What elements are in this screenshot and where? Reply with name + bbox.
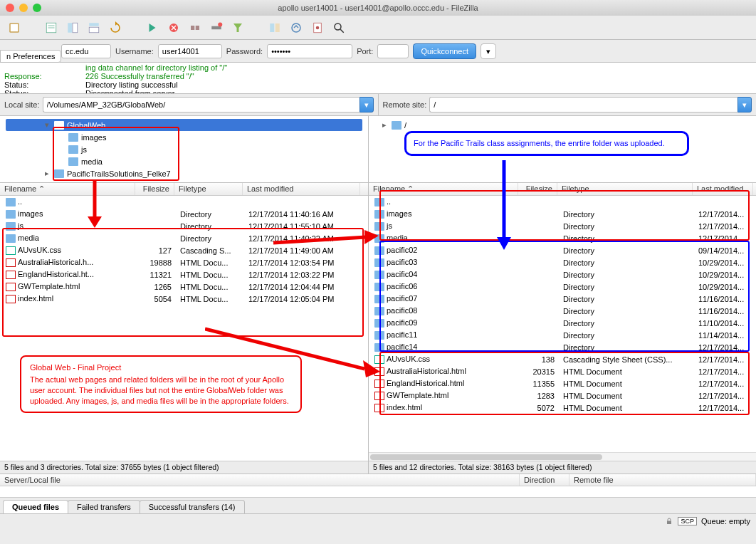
sync-browse-icon[interactable] bbox=[288, 19, 305, 36]
toggle-tree-icon[interactable] bbox=[64, 19, 81, 36]
remote-tree[interactable]: ▸/ bbox=[369, 116, 756, 183]
file-row[interactable]: pacific08Directory11/16/2014... bbox=[369, 305, 756, 317]
file-row[interactable]: EnglandHistorical.html11355HTML Document… bbox=[369, 377, 756, 389]
cancel-icon[interactable] bbox=[165, 19, 182, 36]
svg-marker-18 bbox=[233, 23, 242, 32]
file-row[interactable]: AustraliaHistorical.html20315HTML Docume… bbox=[369, 365, 756, 377]
svg-rect-6 bbox=[73, 23, 78, 33]
quickconnect-button[interactable]: Quickconnect bbox=[413, 43, 476, 59]
local-site-input[interactable] bbox=[43, 97, 359, 113]
local-tree[interactable]: ▾GlobalWebimagesjsmedia▸PacificTrailsSol… bbox=[0, 116, 368, 183]
remote-site-dropdown[interactable]: ▾ bbox=[737, 97, 752, 113]
file-row[interactable]: pacific04Directory10/29/2014... bbox=[369, 268, 756, 281]
quickconnect-bar: n Preferences Username: Password: Port: … bbox=[0, 40, 756, 63]
site-bars: Local site: ▾ Remote site: ▾ bbox=[0, 94, 756, 116]
process-queue-icon[interactable] bbox=[144, 19, 161, 36]
username-label: Username: bbox=[115, 47, 154, 56]
file-row[interactable]: .. bbox=[0, 196, 368, 208]
col-modified[interactable]: Last modified bbox=[243, 183, 360, 195]
queue-header[interactable]: Server/Local file Direction Remote file bbox=[0, 474, 756, 486]
col-server-local[interactable]: Server/Local file bbox=[0, 474, 520, 486]
file-row[interactable]: AUvsUK.css127Cascading S...12/17/2014 11… bbox=[0, 244, 368, 256]
remote-site-input[interactable] bbox=[429, 97, 737, 113]
message-log[interactable]: ing data channel for directory listing o… bbox=[0, 63, 756, 94]
remote-file-header[interactable]: Filename ⌃ Filesize Filetype Last modifi… bbox=[369, 183, 756, 196]
file-row[interactable]: pacific06Directory10/29/2014... bbox=[369, 281, 756, 293]
zoom-icon[interactable] bbox=[33, 4, 41, 12]
file-row[interactable]: .. bbox=[369, 196, 756, 208]
file-row[interactable]: pacific02Directory09/14/2014... bbox=[369, 244, 756, 256]
compare-icon[interactable] bbox=[266, 19, 283, 36]
port-label: Port: bbox=[357, 47, 373, 56]
host-input[interactable] bbox=[61, 44, 111, 58]
file-row[interactable]: imagesDirectory12/17/2014... bbox=[369, 208, 756, 220]
filter-icon[interactable] bbox=[229, 19, 246, 36]
file-row[interactable]: index.html5072HTML Document12/17/2014... bbox=[369, 402, 756, 414]
svg-rect-14 bbox=[191, 26, 194, 30]
toggle-log-icon[interactable] bbox=[43, 19, 60, 36]
local-status: 5 files and 3 directories. Total size: 3… bbox=[0, 461, 368, 474]
tree-item[interactable]: ▸PacificTrailsSolutioins_Felke7 bbox=[6, 167, 362, 179]
tree-item[interactable]: ▸/ bbox=[374, 119, 750, 131]
toggle-queue-icon[interactable] bbox=[85, 19, 103, 36]
protocol-badge: SCP bbox=[678, 517, 697, 525]
file-row[interactable]: GWTemplate.html1283HTML Document12/17/20… bbox=[369, 389, 756, 402]
file-row[interactable]: pacific09Directory11/10/2014... bbox=[369, 317, 756, 329]
file-row[interactable]: mediaDirectory12/17/2014... bbox=[369, 232, 756, 244]
col-modified[interactable]: Last modified bbox=[693, 183, 753, 195]
search-icon[interactable] bbox=[330, 19, 347, 36]
remote-file-list[interactable]: ..imagesDirectory12/17/2014...jsDirector… bbox=[369, 196, 756, 452]
col-filesize[interactable]: Filesize bbox=[135, 183, 174, 195]
local-site-dropdown[interactable]: ▾ bbox=[359, 97, 374, 113]
tree-item[interactable]: media bbox=[6, 155, 362, 167]
queue-body[interactable] bbox=[0, 486, 756, 498]
auto-scroll-icon[interactable] bbox=[309, 19, 326, 36]
file-row[interactable]: GWTemplate.html1265HTML Docu...12/17/201… bbox=[0, 281, 368, 293]
remote-scrollbar[interactable] bbox=[369, 452, 756, 461]
file-row[interactable]: AustraliaHistorical.h...19888HTML Docu..… bbox=[0, 256, 368, 268]
col-filetype[interactable]: Filetype bbox=[557, 183, 693, 195]
local-file-header[interactable]: Filename ⌃ Filesize Filetype Last modifi… bbox=[0, 183, 368, 196]
minimize-icon[interactable] bbox=[19, 4, 28, 12]
col-remote-file[interactable]: Remote file bbox=[569, 474, 756, 486]
password-input[interactable] bbox=[267, 44, 352, 58]
disconnect-icon[interactable] bbox=[187, 19, 204, 36]
col-filename[interactable]: Filename ⌃ bbox=[0, 183, 135, 195]
file-row[interactable]: mediaDirectory12/17/2014 11:40:22 AM bbox=[0, 232, 368, 244]
col-filetype[interactable]: Filetype bbox=[174, 183, 243, 195]
bottom-status-bar: SCP Queue: empty bbox=[0, 513, 756, 528]
transfer-tab[interactable]: Successful transfers (14) bbox=[140, 500, 245, 513]
file-row[interactable]: index.html5054HTML Docu...12/17/2014 12:… bbox=[0, 293, 368, 305]
svg-point-23 bbox=[316, 26, 320, 29]
quickconnect-dropdown[interactable]: ▾ bbox=[481, 43, 496, 59]
site-manager-icon[interactable] bbox=[6, 19, 23, 36]
col-direction[interactable]: Direction bbox=[520, 474, 569, 486]
file-row[interactable]: pacific11Directory11/14/2014... bbox=[369, 329, 756, 341]
svg-point-21 bbox=[292, 23, 300, 32]
file-row[interactable]: EnglandHistorical.ht...11321HTML Docu...… bbox=[0, 268, 368, 281]
file-row[interactable]: AUvsUK.css138Cascading Style Sheet (CSS)… bbox=[369, 353, 756, 365]
username-input[interactable] bbox=[158, 44, 222, 58]
file-row[interactable]: imagesDirectory12/17/2014 11:40:16 AM bbox=[0, 208, 368, 220]
queue-status: Queue: empty bbox=[701, 517, 750, 525]
reconnect-icon[interactable] bbox=[208, 19, 225, 36]
port-input[interactable] bbox=[377, 44, 409, 58]
close-icon[interactable] bbox=[6, 4, 14, 12]
transfer-tab[interactable]: Queued files bbox=[3, 500, 68, 513]
transfer-tab[interactable]: Failed transfers bbox=[68, 500, 140, 513]
svg-rect-26 bbox=[667, 521, 671, 524]
tree-item[interactable]: ▾GlobalWeb bbox=[6, 119, 362, 131]
col-filesize[interactable]: Filesize bbox=[518, 183, 557, 195]
preferences-tab[interactable]: n Preferences bbox=[0, 50, 61, 63]
local-file-list[interactable]: ..imagesDirectory12/17/2014 11:40:16 AMj… bbox=[0, 196, 368, 461]
col-filename[interactable]: Filename ⌃ bbox=[369, 183, 518, 195]
tree-item[interactable]: js bbox=[6, 143, 362, 155]
file-row[interactable]: pacific07Directory11/16/2014... bbox=[369, 293, 756, 305]
refresh-icon[interactable] bbox=[107, 19, 124, 36]
tree-item[interactable]: images bbox=[6, 131, 362, 143]
local-site-label: Local site: bbox=[4, 100, 40, 109]
file-row[interactable]: pacific14Directory12/17/2014... bbox=[369, 341, 756, 353]
file-row[interactable]: jsDirectory12/17/2014 11:55:10 AM bbox=[0, 220, 368, 232]
file-row[interactable]: jsDirectory12/17/2014... bbox=[369, 220, 756, 232]
file-row[interactable]: pacific03Directory10/29/2014... bbox=[369, 256, 756, 268]
